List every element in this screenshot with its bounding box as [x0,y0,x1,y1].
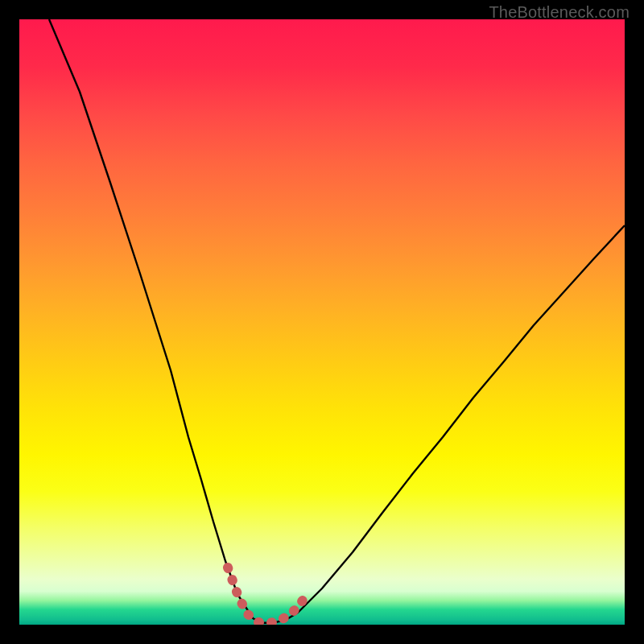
outer-frame: TheBottleneck.com [0,0,644,644]
optimal-highlight [228,568,303,623]
chart-svg [19,19,625,625]
bottleneck-curve [49,19,625,623]
plot-area [19,19,625,625]
